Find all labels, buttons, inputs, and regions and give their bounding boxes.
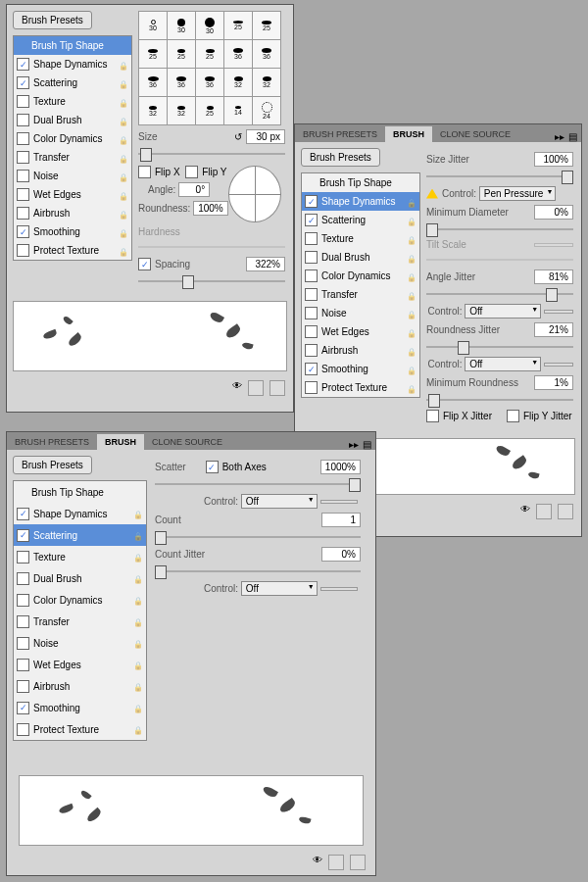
roundness-jitter-slider[interactable]	[426, 341, 573, 353]
flip-x-jitter-checkbox[interactable]	[426, 410, 439, 422]
control-dropdown-2[interactable]: Off	[465, 304, 541, 318]
count-input[interactable]: 1	[321, 513, 361, 527]
opt-texture[interactable]: Texture	[14, 92, 131, 111]
spacing-slider[interactable]	[138, 275, 285, 287]
brush-presets-button[interactable]: Brush Presets	[13, 456, 92, 474]
opt-texture[interactable]: Texture	[14, 546, 146, 567]
new-icon[interactable]	[536, 504, 552, 519]
opt-brush-tip-shape[interactable]: Brush Tip Shape	[14, 36, 131, 55]
opt-smoothing[interactable]: Smoothing	[14, 222, 131, 241]
spacing-checkbox[interactable]	[138, 258, 151, 270]
brush-tip-shape-panel: Brush Presets Brush Tip Shape Shape Dyna…	[6, 4, 294, 413]
new-icon[interactable]	[328, 855, 344, 870]
opt-airbrush[interactable]: Airbrush	[14, 204, 131, 222]
trash-icon[interactable]	[350, 855, 366, 870]
toggle-preview-icon[interactable]: 👁	[232, 380, 242, 396]
tilt-scale-slider	[426, 254, 573, 266]
opt-scattering[interactable]: Scattering	[14, 74, 131, 92]
opt-protect-texture[interactable]: Protect Texture	[14, 718, 146, 740]
opt-transfer[interactable]: Transfer	[14, 611, 146, 632]
angle-input[interactable]: 0°	[178, 182, 210, 197]
count-slider[interactable]	[155, 531, 361, 543]
opt-brush-tip-shape[interactable]: Brush Tip Shape	[14, 481, 146, 503]
angle-jitter-input[interactable]: 81%	[534, 270, 573, 284]
lock-icon	[133, 573, 143, 583]
size-jitter-slider[interactable]	[426, 171, 573, 182]
tab-brush-presets[interactable]: BRUSH PRESETS	[7, 434, 97, 450]
size-jitter-input[interactable]: 100%	[534, 152, 573, 167]
both-axes-checkbox[interactable]	[206, 461, 219, 473]
opt-smoothing[interactable]: Smoothing	[302, 360, 419, 378]
control-dropdown-1[interactable]: Off	[241, 494, 318, 509]
spacing-input[interactable]: 322%	[246, 257, 285, 271]
angle-dial[interactable]	[228, 166, 281, 222]
opt-wet-edges[interactable]: Wet Edges	[14, 654, 146, 675]
flip-y-checkbox[interactable]	[185, 166, 198, 178]
tab-clone-source[interactable]: CLONE SOURCE	[144, 434, 230, 450]
opt-wet-edges[interactable]: Wet Edges	[14, 185, 131, 204]
opt-scattering[interactable]: Scattering	[14, 524, 146, 546]
opt-protect-texture[interactable]: Protect Texture	[302, 378, 419, 397]
opt-airbrush[interactable]: Airbrush	[302, 341, 419, 360]
control-dropdown-1[interactable]: Pen Pressure	[479, 186, 557, 201]
opt-scattering[interactable]: Scattering	[302, 211, 419, 229]
scatter-input[interactable]: 1000%	[320, 460, 361, 474]
opt-color-dynamics[interactable]: Color Dynamics	[14, 129, 131, 148]
menu-icon[interactable]: ▤	[568, 131, 577, 142]
flip-x-checkbox[interactable]	[138, 166, 151, 178]
trash-icon[interactable]	[270, 380, 285, 396]
roundness-jitter-input[interactable]: 21%	[534, 322, 573, 337]
opt-dual-brush[interactable]: Dual Brush	[14, 111, 131, 129]
opt-transfer[interactable]: Transfer	[302, 285, 419, 304]
reset-icon[interactable]: ↺	[234, 131, 242, 142]
min-diameter-slider[interactable]	[426, 223, 573, 235]
opt-noise[interactable]: Noise	[302, 304, 419, 322]
size-slider[interactable]	[138, 148, 285, 160]
control-dropdown-2[interactable]: Off	[241, 581, 318, 596]
size-input[interactable]: 30 px	[246, 129, 285, 144]
min-roundness-slider[interactable]	[426, 394, 573, 406]
opt-dual-brush[interactable]: Dual Brush	[302, 248, 419, 267]
control-dropdown-3[interactable]: Off	[465, 357, 541, 371]
angle-jitter-slider[interactable]	[426, 288, 573, 300]
brush-presets-button[interactable]: Brush Presets	[13, 11, 92, 29]
collapse-icon[interactable]: ▸▸	[555, 131, 564, 142]
opt-noise[interactable]: Noise	[14, 632, 146, 654]
trash-icon[interactable]	[558, 504, 573, 519]
opt-protect-texture[interactable]: Protect Texture	[14, 241, 131, 260]
opt-noise[interactable]: Noise	[14, 167, 131, 185]
opt-smoothing[interactable]: Smoothing	[14, 697, 146, 718]
opt-shape-dynamics[interactable]: Shape Dynamics	[14, 503, 146, 524]
opt-shape-dynamics[interactable]: Shape Dynamics	[302, 192, 419, 211]
roundness-input[interactable]: 100%	[193, 201, 228, 216]
tab-brush[interactable]: BRUSH	[385, 126, 432, 142]
menu-icon[interactable]: ▤	[363, 439, 371, 450]
lock-icon	[407, 327, 416, 337]
opt-texture[interactable]: Texture	[302, 229, 419, 248]
opt-brush-tip-shape[interactable]: Brush Tip Shape	[302, 173, 419, 192]
opt-transfer[interactable]: Transfer	[14, 148, 131, 167]
count-jitter-slider[interactable]	[155, 565, 361, 577]
new-icon[interactable]	[248, 380, 264, 396]
toggle-preview-icon[interactable]: 👁	[313, 855, 322, 870]
opt-dual-brush[interactable]: Dual Brush	[14, 567, 146, 589]
opt-airbrush[interactable]: Airbrush	[14, 675, 146, 697]
brush-tip-grid[interactable]: 30 30 30 25 25 25 25 25 36 36 36 36 36 3…	[138, 11, 281, 125]
tab-brush-presets[interactable]: BRUSH PRESETS	[295, 126, 385, 142]
count-jitter-input[interactable]: 0%	[321, 547, 361, 562]
collapse-icon[interactable]: ▸▸	[349, 439, 359, 450]
min-diameter-input[interactable]: 0%	[534, 205, 573, 220]
opt-shape-dynamics[interactable]: Shape Dynamics	[14, 55, 131, 74]
lock-icon	[133, 509, 143, 518]
brush-presets-button[interactable]: Brush Presets	[301, 148, 380, 167]
min-roundness-input[interactable]: 1%	[534, 375, 573, 390]
flip-y-jitter-checkbox[interactable]	[507, 410, 519, 422]
opt-color-dynamics[interactable]: Color Dynamics	[302, 267, 419, 285]
lock-icon	[119, 97, 128, 107]
tab-clone-source[interactable]: CLONE SOURCE	[432, 126, 518, 142]
opt-wet-edges[interactable]: Wet Edges	[302, 322, 419, 341]
tab-brush[interactable]: BRUSH	[97, 434, 144, 450]
toggle-preview-icon[interactable]: 👁	[520, 504, 530, 519]
opt-color-dynamics[interactable]: Color Dynamics	[14, 589, 146, 611]
scatter-slider[interactable]	[155, 478, 361, 490]
